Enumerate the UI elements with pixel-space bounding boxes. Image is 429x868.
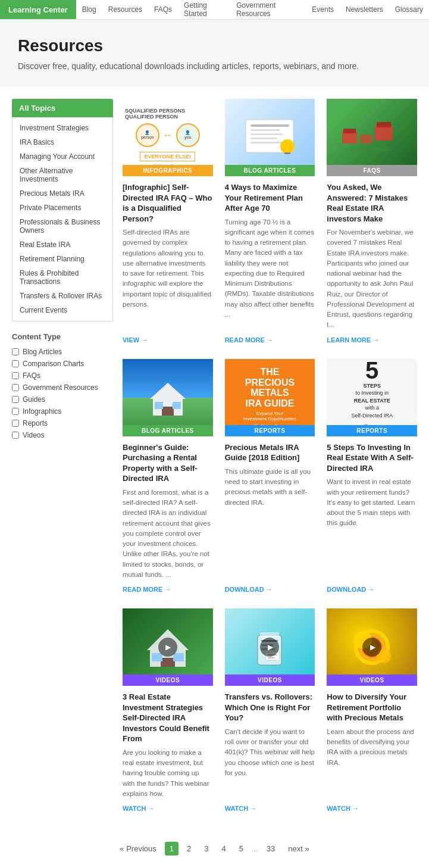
card-4-image[interactable]: BLOG ARTICLES [123, 359, 213, 436]
sidebar-topic-current-events[interactable]: Current Events [12, 303, 112, 317]
nav-blog[interactable]: Blog [76, 0, 102, 19]
content-type-videos[interactable]: Videos [12, 429, 113, 441]
svg-rect-5 [250, 142, 286, 143]
pagination-page-4[interactable]: 4 [217, 842, 230, 855]
sidebar-topics-header[interactable]: All Topics [12, 99, 113, 117]
sidebar-topic-rules[interactable]: Rules & Prohibited Transactions [12, 266, 112, 289]
nav-government-resources[interactable]: Government Resources [230, 0, 306, 19]
resource-card-1: SQUALIFIED PERSONS QUALIFIED PERSON 👤per… [123, 99, 213, 347]
sidebar-topic-private-placements[interactable]: Private Placements [12, 201, 112, 215]
card-2-image[interactable]: BLOG ARTICLES [225, 99, 315, 176]
pagination-page-1[interactable]: 1 [165, 842, 179, 855]
sidebar-topics-list: Investment Strategies IRA Basics Managin… [12, 117, 113, 321]
svg-point-6 [280, 139, 295, 154]
sidebar-topic-precious-metals[interactable]: Precious Metals IRA [12, 186, 112, 201]
hero-section: Resources Discover free, quality, educat… [0, 20, 429, 87]
svg-rect-26 [161, 658, 175, 667]
svg-marker-14 [150, 383, 186, 399]
card-7-action[interactable]: WATCH → [123, 805, 213, 812]
card-6-title: 5 Steps To Investing In Real Estate With… [327, 442, 417, 474]
card-5-image[interactable]: THEPRECIOUSMETALSIRA GUIDE Expand YourIn… [225, 359, 315, 436]
card-4-body: Beginner's Guide: Purchasing a Rental Pr… [123, 436, 213, 597]
card-1-title: [Infographic] Self-Directed IRA FAQ – Wh… [123, 182, 213, 224]
pagination-page-3[interactable]: 3 [199, 842, 213, 855]
nav-links: Blog Resources FAQs Getting Started Gove… [76, 0, 429, 19]
card-1-badge: INFOGRAPHICS [123, 165, 213, 176]
sidebar-topic-ira-basics[interactable]: IRA Basics [12, 135, 112, 149]
card-9-title: How to Diversify Your Retirement Portfol… [327, 692, 417, 723]
resource-card-2: BLOG ARTICLES 4 Ways to Maximize Your Re… [225, 99, 315, 347]
pagination-page-2[interactable]: 2 [182, 842, 196, 855]
nav-resources[interactable]: Resources [102, 0, 148, 19]
sidebar-topic-managing-account[interactable]: Managing Your Account [12, 149, 112, 164]
card-2-badge: BLOG ARTICLES [225, 165, 315, 176]
card-1-action[interactable]: VIEW → [123, 336, 213, 344]
svg-rect-3 [250, 133, 283, 135]
card-3-action[interactable]: LEARN MORE → [327, 336, 417, 344]
navbar: Learning Center Blog Resources FAQs Gett… [0, 0, 429, 20]
nav-glossary[interactable]: Glossary [389, 0, 429, 19]
card-4-action[interactable]: READ MORE → [123, 586, 213, 593]
resource-card-8: VIDEOS Transfers vs. Rollovers: Which On… [225, 608, 315, 816]
svg-rect-4 [250, 138, 277, 139]
svg-rect-18 [173, 402, 181, 409]
nav-getting-started[interactable]: Getting Started [178, 0, 230, 19]
main-content: All Topics Investment Strategies IRA Bas… [0, 87, 429, 828]
svg-rect-30 [260, 632, 279, 637]
card-9-badge: VIDEOS [327, 675, 417, 686]
card-6-action[interactable]: DOWNLOAD → [327, 586, 417, 593]
sidebar-topic-other-alternatives[interactable]: Other Alternative Investments [12, 164, 112, 186]
sidebar-topic-transfers[interactable]: Transfers & Rollover IRAs [12, 289, 112, 303]
resource-card-9: VIDEOS How to Diversify Your Retirement … [327, 608, 417, 816]
card-8-title: Transfers vs. Rollovers: Which One is Ri… [225, 692, 315, 723]
card-2-action[interactable]: READ MORE → [225, 336, 315, 344]
sidebar-topic-real-estate[interactable]: Real Estate IRA [12, 238, 112, 252]
content-type-reports[interactable]: Reports [12, 417, 113, 429]
content-type-blog[interactable]: Blog Articles [12, 346, 113, 358]
card-9-body: How to Diversify Your Retirement Portfol… [327, 686, 417, 816]
pagination-next[interactable]: next » [283, 842, 314, 855]
card-9-image[interactable]: VIDEOS [327, 608, 417, 686]
card-5-action[interactable]: DOWNLOAD → [225, 586, 315, 593]
resource-card-5: THEPRECIOUSMETALSIRA GUIDE Expand YourIn… [225, 359, 315, 597]
card-4-badge: BLOG ARTICLES [123, 425, 213, 436]
pagination-prev[interactable]: « Previous [115, 842, 161, 855]
pagination: « Previous 1 2 3 4 5 ... 33 next » [0, 828, 429, 868]
card-1-desc: Self-directed IRAs are governed by compl… [123, 227, 213, 330]
card-7-desc: Are you looking to make a real estate in… [123, 748, 213, 799]
card-5-badge: REPORTS [225, 425, 315, 436]
card-9-action[interactable]: WATCH → [327, 805, 417, 812]
card-1-body: [Infographic] Self-Directed IRA FAQ – Wh… [123, 176, 213, 347]
content-type-infographics[interactable]: Infographics [12, 405, 113, 417]
page-title: Resources [18, 36, 411, 55]
pagination-page-33[interactable]: 33 [262, 842, 280, 855]
card-7-body: 3 Real Estate Investment Strategies Self… [123, 686, 213, 816]
nav-newsletters[interactable]: Newsletters [340, 0, 389, 19]
nav-events[interactable]: Events [306, 0, 340, 19]
sidebar-topic-investment-strategies[interactable]: Investment Strategies [12, 121, 112, 135]
sidebar-topic-retirement-planning[interactable]: Retirement Planning [12, 252, 112, 266]
content-type-comparison[interactable]: Comparison Charts [12, 358, 113, 370]
content-type-government[interactable]: Government Resources [12, 382, 113, 394]
video-play-icon-9 [362, 638, 381, 657]
card-8-action[interactable]: WATCH → [225, 805, 315, 812]
svg-rect-37 [268, 657, 275, 658]
pagination-page-5[interactable]: 5 [234, 842, 248, 855]
content-type-guides[interactable]: Guides [12, 394, 113, 405]
content-type-heading: Content Type [12, 332, 113, 341]
card-7-image[interactable]: VIDEOS [123, 608, 213, 686]
card-3-image[interactable]: FAQS [327, 99, 417, 176]
nav-faqs[interactable]: FAQs [148, 0, 178, 19]
card-3-body: You Asked, We Answered: 7 Mistakes Real … [327, 176, 417, 347]
card-8-image[interactable]: VIDEOS [225, 608, 315, 686]
video-play-icon-7 [158, 638, 177, 657]
svg-rect-28 [173, 653, 184, 661]
card-3-badge: FAQS [327, 165, 417, 176]
nav-logo[interactable]: Learning Center [0, 0, 76, 19]
svg-rect-13 [348, 146, 390, 151]
card-1-image[interactable]: SQUALIFIED PERSONS QUALIFIED PERSON 👤per… [123, 99, 213, 176]
content-type-faqs[interactable]: FAQs [12, 370, 113, 382]
card-6-image[interactable]: 5 STEPSto Investing inREAL ESTATEwith aS… [327, 359, 417, 436]
sidebar-topic-professionals[interactable]: Professionals & Business Owners [12, 215, 112, 238]
resource-card-6: 5 STEPSto Investing inREAL ESTATEwith aS… [327, 359, 417, 597]
